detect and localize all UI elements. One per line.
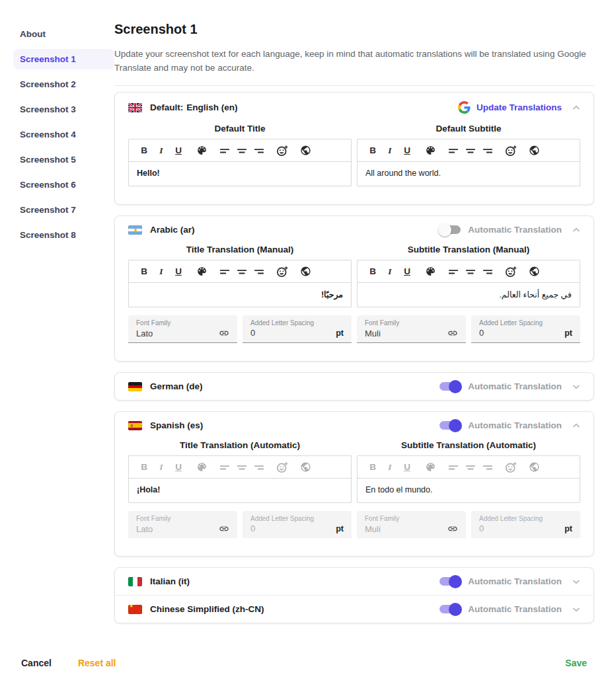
chevron-up-icon[interactable] <box>572 105 580 110</box>
sidebar-item-screenshot-7[interactable]: Screenshot 7 <box>13 200 114 220</box>
globe-icon[interactable] <box>527 143 541 159</box>
underline-button[interactable]: U <box>171 264 186 280</box>
globe-icon[interactable] <box>298 459 313 475</box>
bold-button[interactable]: B <box>365 264 380 280</box>
text-color-palette-icon[interactable] <box>423 143 437 159</box>
italic-button[interactable]: I <box>154 459 169 475</box>
link-icon[interactable] <box>219 328 229 338</box>
text-color-palette-icon[interactable] <box>423 459 437 475</box>
chevron-down-icon[interactable] <box>572 607 580 612</box>
save-button[interactable]: Save <box>565 658 587 668</box>
bold-button[interactable]: B <box>365 459 380 475</box>
align-right-icon[interactable] <box>252 459 266 475</box>
default-subtitle-label: Default Subtitle <box>357 124 580 134</box>
italic-button[interactable]: I <box>154 143 169 159</box>
globe-icon[interactable] <box>527 459 541 475</box>
align-left-icon[interactable] <box>217 459 232 475</box>
globe-icon[interactable] <box>298 143 313 159</box>
arabic-title-input[interactable]: مرحبًا! <box>129 283 351 307</box>
sidebar-item-screenshot-2[interactable]: Screenshot 2 <box>13 74 114 95</box>
text-color-palette-icon[interactable] <box>194 264 209 280</box>
align-left-icon[interactable] <box>217 143 232 159</box>
automatic-translation-label: Automatic Translation <box>468 576 562 586</box>
italic-button[interactable]: I <box>383 264 397 280</box>
align-right-icon[interactable] <box>252 264 266 280</box>
bold-button[interactable]: B <box>365 143 380 159</box>
underline-button[interactable]: U <box>400 459 414 475</box>
globe-icon[interactable] <box>298 264 313 280</box>
italic-button[interactable]: I <box>383 459 397 475</box>
align-center-icon[interactable] <box>235 459 249 475</box>
underline-button[interactable]: U <box>400 264 414 280</box>
bold-button[interactable]: B <box>137 264 151 280</box>
italic-button[interactable]: I <box>154 264 169 280</box>
sidebar-item-about[interactable]: About <box>13 24 114 44</box>
spanish-title-input[interactable]: ¡Hola! <box>129 479 351 502</box>
automatic-translation-toggle[interactable] <box>439 225 461 234</box>
add-emoji-icon[interactable] <box>275 264 289 280</box>
automatic-translation-label: Automatic Translation <box>468 225 562 235</box>
sidebar-item-screenshot-6[interactable]: Screenshot 6 <box>13 175 114 195</box>
sidebar-item-screenshot-1[interactable]: Screenshot 1 <box>13 49 114 69</box>
italic-button[interactable]: I <box>383 143 397 159</box>
align-right-icon[interactable] <box>480 264 495 280</box>
sidebar-item-screenshot-3[interactable]: Screenshot 3 <box>13 99 114 120</box>
underline-button[interactable]: U <box>171 459 186 475</box>
align-left-icon[interactable] <box>446 459 461 475</box>
sidebar-item-screenshot-4[interactable]: Screenshot 4 <box>13 124 114 145</box>
align-right-icon[interactable] <box>252 143 266 159</box>
chevron-up-icon[interactable] <box>572 227 580 233</box>
title-letter-spacing-field[interactable]: Added Letter Spacing 0 pt <box>243 315 352 343</box>
bold-button[interactable]: B <box>137 459 151 475</box>
add-emoji-icon[interactable] <box>504 459 518 475</box>
text-color-palette-icon[interactable] <box>423 264 437 280</box>
default-title-input[interactable]: Hello! <box>129 162 351 186</box>
card-arabic: Arabic (ar) Automatic Translation Title … <box>114 215 594 362</box>
align-center-icon[interactable] <box>463 143 478 159</box>
subtitle-letter-spacing-field[interactable]: Added Letter Spacing 0 pt <box>471 315 580 343</box>
align-center-icon[interactable] <box>235 143 249 159</box>
automatic-translation-toggle[interactable] <box>439 605 461 613</box>
default-prefix-label: Default: <box>150 102 183 112</box>
arabic-subtitle-input[interactable]: في جميع أنحاء العالم. <box>358 283 580 307</box>
align-left-icon[interactable] <box>446 143 461 159</box>
align-left-icon[interactable] <box>446 264 461 280</box>
automatic-translation-toggle[interactable] <box>439 421 461 430</box>
chevron-down-icon[interactable] <box>572 579 580 584</box>
chevron-down-icon[interactable] <box>572 384 580 389</box>
update-translations-button[interactable]: Update Translations <box>458 101 562 114</box>
text-color-palette-icon[interactable] <box>194 143 209 159</box>
letter-spacing-label: Added Letter Spacing <box>479 515 572 522</box>
card-header-italian: Italian (it) Automatic Translation <box>115 568 593 595</box>
underline-button[interactable]: U <box>171 143 186 159</box>
text-color-palette-icon[interactable] <box>194 459 209 475</box>
align-center-icon[interactable] <box>463 459 478 475</box>
align-right-icon[interactable] <box>480 459 495 475</box>
letter-spacing-label: Added Letter Spacing <box>250 319 344 327</box>
add-emoji-icon[interactable] <box>275 143 289 159</box>
link-icon[interactable] <box>447 524 458 534</box>
chevron-up-icon[interactable] <box>572 423 580 428</box>
reset-all-button[interactable]: Reset all <box>78 658 116 668</box>
bold-button[interactable]: B <box>137 143 151 159</box>
underline-button[interactable]: U <box>400 143 414 159</box>
automatic-translation-toggle[interactable] <box>439 577 461 586</box>
add-emoji-icon[interactable] <box>504 143 518 159</box>
title-font-family-field[interactable]: Font Family Lato <box>128 315 237 343</box>
sidebar-item-screenshot-5[interactable]: Screenshot 5 <box>13 149 114 170</box>
sidebar-item-screenshot-8[interactable]: Screenshot 8 <box>13 225 114 245</box>
align-left-icon[interactable] <box>217 264 232 280</box>
align-center-icon[interactable] <box>463 264 478 280</box>
link-icon[interactable] <box>447 328 458 338</box>
globe-icon[interactable] <box>527 264 541 280</box>
default-subtitle-input[interactable]: All around the world. <box>358 162 580 186</box>
spanish-subtitle-input[interactable]: En todo el mundo. <box>358 479 580 502</box>
automatic-translation-toggle[interactable] <box>439 382 461 391</box>
subtitle-font-family-field[interactable]: Font Family Muli <box>357 315 466 343</box>
link-icon[interactable] <box>219 524 229 534</box>
align-center-icon[interactable] <box>235 264 249 280</box>
align-right-icon[interactable] <box>480 143 495 159</box>
add-emoji-icon[interactable] <box>275 459 289 475</box>
add-emoji-icon[interactable] <box>504 264 518 280</box>
cancel-button[interactable]: Cancel <box>21 658 52 668</box>
